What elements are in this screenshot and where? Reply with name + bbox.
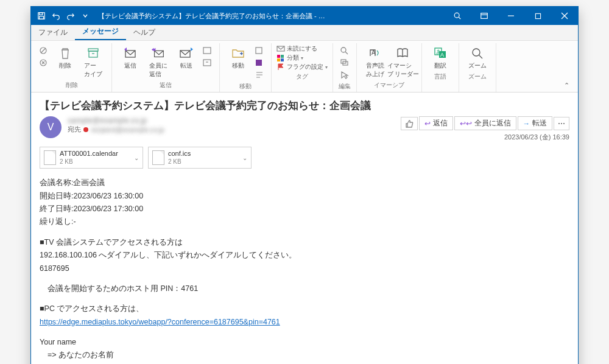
header-reply-all-button[interactable]: ↩↩全員に返信 bbox=[454, 116, 516, 130]
ribbon-tabs: ファイル メッセージ ヘルプ bbox=[31, 25, 578, 41]
trash-icon bbox=[58, 46, 72, 60]
chevron-down-icon[interactable] bbox=[80, 10, 91, 21]
svg-point-29 bbox=[341, 47, 346, 52]
svg-point-3 bbox=[454, 13, 459, 18]
find-icon[interactable] bbox=[338, 44, 351, 57]
ribbon: 削除 アー カイブ 削除 返信 全員に 返信 bbox=[31, 41, 578, 93]
window-title: 【テレビ会議予約システム】テレビ会議予約完了のお知らせ：企画会議 - … bbox=[98, 12, 444, 21]
read-aloud-icon: A bbox=[368, 46, 382, 60]
onenote-icon[interactable] bbox=[253, 57, 266, 69]
svg-text:A: A bbox=[371, 49, 376, 56]
junk-icon[interactable] bbox=[37, 57, 51, 69]
ribbon-group-language: あA 翻訳 言語 bbox=[424, 43, 459, 92]
search-icon[interactable] bbox=[444, 7, 471, 25]
svg-rect-23 bbox=[256, 60, 262, 66]
book-icon bbox=[396, 46, 410, 60]
svg-line-30 bbox=[345, 52, 348, 54]
mark-unread-button[interactable]: 未読にする bbox=[276, 44, 328, 53]
select-icon[interactable] bbox=[338, 69, 351, 81]
tab-help[interactable]: ヘルプ bbox=[126, 24, 163, 40]
ribbon-group-immersive: A 音声読 み上げ イマーシ ブ リーダー イマーシブ bbox=[359, 43, 422, 92]
svg-rect-22 bbox=[256, 47, 262, 54]
rules-icon[interactable] bbox=[253, 44, 266, 57]
sender-avatar: V bbox=[40, 116, 62, 138]
tab-message[interactable]: メッセージ bbox=[75, 23, 126, 40]
maximize-button[interactable] bbox=[524, 7, 551, 25]
forward-button[interactable]: 転送 bbox=[173, 44, 200, 71]
chevron-down-icon[interactable]: ⌄ bbox=[134, 155, 139, 161]
svg-rect-2 bbox=[40, 16, 44, 19]
archive-button[interactable]: アー カイブ bbox=[80, 44, 107, 80]
minimize-button[interactable] bbox=[498, 7, 524, 25]
message-body-area: 【テレビ会議予約システム】テレビ会議予約完了のお知らせ：企画会議 V sampl… bbox=[31, 93, 578, 364]
ignore-icon[interactable] bbox=[37, 44, 51, 57]
svg-rect-1 bbox=[40, 13, 43, 15]
ribbon-display-icon[interactable] bbox=[471, 7, 498, 25]
ribbon-group-zoom: ズーム ズーム bbox=[462, 43, 496, 92]
to-label: 宛先 bbox=[68, 125, 81, 134]
svg-rect-8 bbox=[535, 13, 540, 18]
header-reply-button[interactable]: ↩返信 bbox=[419, 116, 453, 130]
svg-rect-26 bbox=[281, 55, 284, 58]
svg-line-39 bbox=[479, 55, 483, 59]
header-actions: ↩返信 ↩↩全員に返信 →転送 ⋯ bbox=[401, 116, 570, 130]
actions-icon[interactable] bbox=[253, 69, 266, 81]
presence-dot-icon bbox=[83, 127, 88, 132]
flag-button[interactable]: フラグの設定▾ bbox=[276, 63, 328, 71]
ribbon-group-delete: 削除 アー カイブ 削除 bbox=[35, 43, 112, 92]
attachments-row: ATT00001.calendar2 KB ⌄ conf.ics2 KB ⌄ bbox=[40, 147, 569, 169]
reply-all-button[interactable]: 全員に 返信 bbox=[145, 44, 172, 80]
delete-button[interactable]: 削除 bbox=[52, 44, 79, 71]
move-button[interactable]: 移動 bbox=[225, 44, 252, 71]
more-respond-icon[interactable] bbox=[201, 57, 214, 69]
meeting-icon[interactable] bbox=[201, 44, 214, 57]
file-icon bbox=[44, 150, 56, 165]
sender-address: sample@example.co.jp bbox=[68, 116, 395, 125]
read-aloud-button[interactable]: A 音声読 み上げ bbox=[362, 44, 389, 80]
categorize-button[interactable]: 分類▾ bbox=[276, 54, 328, 62]
svg-rect-21 bbox=[203, 60, 211, 66]
svg-rect-28 bbox=[281, 58, 284, 61]
svg-line-12 bbox=[41, 48, 46, 53]
tab-file[interactable]: ファイル bbox=[31, 24, 75, 40]
move-folder-icon bbox=[231, 46, 245, 60]
recipient-address: recipient@example.co.jp bbox=[91, 126, 164, 133]
redo-icon[interactable] bbox=[65, 10, 76, 21]
ribbon-group-tags: 未読にする 分類▾ フラグの設定▾ タグ bbox=[274, 43, 333, 92]
zoom-button[interactable]: ズーム bbox=[464, 44, 491, 71]
chevron-down-icon[interactable]: ⌄ bbox=[242, 155, 247, 161]
attachment-item[interactable]: ATT00001.calendar2 KB ⌄ bbox=[40, 147, 143, 169]
more-actions-button[interactable]: ⋯ bbox=[554, 117, 569, 130]
reply-button[interactable]: 返信 bbox=[117, 44, 144, 71]
conference-link[interactable]: https://edge.mediaplus.tokyo/webapp/?con… bbox=[40, 318, 280, 326]
collapse-ribbon-icon[interactable]: ⌃ bbox=[559, 79, 574, 92]
mail-datetime: 2023/06/23 (金) 16:39 bbox=[401, 133, 570, 142]
ribbon-group-edit: 編集 bbox=[336, 43, 357, 92]
close-button[interactable] bbox=[551, 7, 578, 25]
related-icon[interactable] bbox=[338, 57, 351, 69]
header-forward-button[interactable]: →転送 bbox=[518, 116, 553, 130]
file-icon bbox=[152, 150, 164, 165]
svg-rect-27 bbox=[277, 58, 280, 61]
svg-point-38 bbox=[473, 49, 480, 56]
svg-rect-20 bbox=[203, 47, 211, 54]
translate-icon: あA bbox=[433, 46, 448, 60]
mail-header: V sample@example.co.jp 宛先 recipient@exam… bbox=[40, 116, 569, 142]
archive-icon bbox=[86, 46, 100, 60]
immersive-reader-button[interactable]: イマーシ ブ リーダー bbox=[390, 44, 417, 80]
title-bar: 【テレビ会議予約システム】テレビ会議予約完了のお知らせ：企画会議 - … bbox=[31, 7, 578, 25]
quick-access-toolbar bbox=[31, 10, 91, 21]
save-icon[interactable] bbox=[36, 10, 47, 21]
undo-icon[interactable] bbox=[51, 10, 62, 21]
ribbon-group-move: 移動 移動 bbox=[222, 43, 272, 92]
mail-subject: 【テレビ会議予約システム】テレビ会議予約完了のお知らせ：企画会議 bbox=[40, 99, 569, 113]
reply-icon bbox=[123, 46, 138, 60]
like-button[interactable] bbox=[401, 117, 418, 130]
svg-rect-15 bbox=[89, 51, 97, 57]
zoom-icon bbox=[470, 46, 485, 60]
mail-reading-window: 【テレビ会議予約システム】テレビ会議予約完了のお知らせ：企画会議 - … ファイ… bbox=[30, 6, 579, 364]
attachment-item[interactable]: conf.ics2 KB ⌄ bbox=[148, 147, 252, 169]
forward-icon bbox=[179, 46, 194, 60]
translate-button[interactable]: あA 翻訳 bbox=[427, 44, 454, 71]
svg-text:A: A bbox=[440, 52, 444, 58]
